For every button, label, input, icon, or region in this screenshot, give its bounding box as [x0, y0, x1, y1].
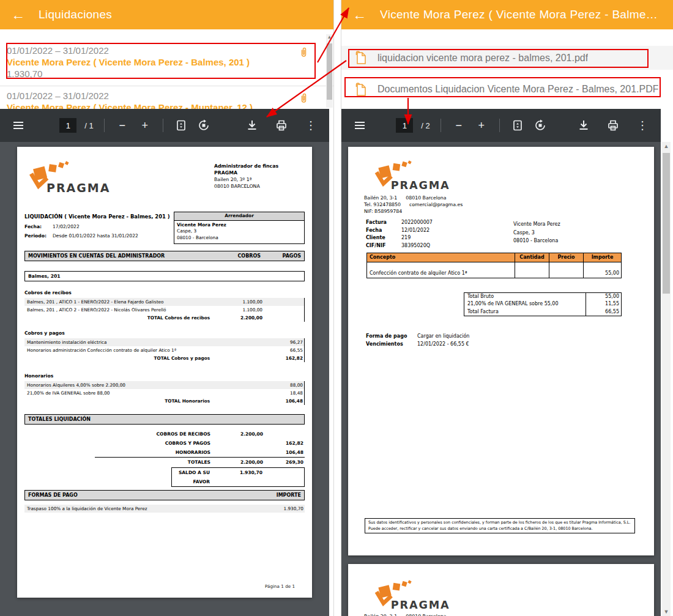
- company-address: Bailén 20, 3-108010 Barcelona Tel. 93247…: [364, 195, 471, 215]
- file-name: Documentos Liquidacion Vicente Mora Pere…: [377, 84, 658, 95]
- more-options-icon[interactable]: ⋮: [635, 118, 650, 133]
- fecha-row: Fecha:17/02/2022: [24, 223, 80, 231]
- table-row: Balmes, 201 , ATICO 1 - ENERO/2022 - Ele…: [24, 298, 304, 306]
- print-icon[interactable]: [606, 118, 620, 133]
- totales-rows: COBROS DE RECIBOS2.200,00 COBROS Y PAGOS…: [24, 429, 305, 467]
- list-item[interactable]: 01/01/2022 – 31/01/2022 Vicente Mora Per…: [0, 29, 333, 80]
- menu-icon[interactable]: [352, 118, 367, 133]
- concept-table: Concepto Cantidad Precio Importe Confecc…: [366, 253, 622, 278]
- saldo-box: SALDO A SU FAVOR 1.930,70: [171, 467, 305, 487]
- back-arrow-icon[interactable]: ←: [11, 8, 25, 22]
- fit-to-page-icon[interactable]: [510, 118, 525, 133]
- pdf-toolbar-right: 1 / 2 − + ⋮: [341, 109, 661, 142]
- list-item-amount: 1.930,70: [7, 68, 309, 80]
- concept-table-header: Concepto Cantidad Precio Importe: [366, 253, 622, 262]
- table-row: Mantenimiento instalación eléctrica 96,2…: [24, 338, 304, 346]
- pragma-logo: PRAGMA: [373, 579, 452, 613]
- invoice-fields: Factura2022000007 Fecha12/01/2022 Client…: [366, 219, 433, 250]
- totales-header: TOTALES LIQUIDACIÓN: [24, 414, 305, 425]
- back-arrow-icon[interactable]: ←: [352, 8, 366, 22]
- page-count-label: / 2: [421, 121, 429, 130]
- property-box: Balmes, 201: [24, 271, 305, 281]
- download-icon[interactable]: [576, 118, 591, 133]
- movimientos-header: MOVIMIENTOS EN CUENTAS DEL ADMINISTRADOR…: [24, 251, 305, 261]
- periodo-row: Periodo:Desde 01/01/2022 hasta 31/01/202…: [24, 232, 138, 240]
- payment-block: Forma de pagoCargar en liquidación Venci…: [366, 332, 469, 348]
- rotate-icon[interactable]: [533, 118, 548, 133]
- sender-block: Administrador de fincas PRAGMA Bailen 20…: [214, 163, 278, 190]
- table-total-row: TOTAL Cobros de recibos 2.200,00: [24, 314, 304, 322]
- scrollbar-thumb[interactable]: [327, 43, 332, 100]
- window-scrollbar[interactable]: ▲ ▼: [662, 142, 671, 616]
- company-address: Bailén 20, 3-108010 Barcelona: [364, 613, 455, 616]
- page-number-input[interactable]: 1: [59, 118, 76, 133]
- scroll-up-icon[interactable]: ▲: [327, 34, 332, 40]
- concept-table-row: Confección contrato de alquiler Atico 1ª…: [366, 262, 622, 278]
- zoom-in-icon[interactable]: +: [138, 118, 152, 133]
- documents-window: ← Vicente Mora Perez ( Vicente Mora Pere…: [341, 0, 673, 616]
- privacy-disclaimer: Sus datos identificativos y personales s…: [365, 518, 635, 533]
- svg-text:PRAGMA: PRAGMA: [46, 181, 110, 195]
- table-total-row: TOTAL Cobros y pagos 162,82: [24, 354, 304, 362]
- table-row: Honorarios administración Confección con…: [24, 346, 304, 354]
- file-row[interactable]: liquidacion vicente mora perez - balmes,…: [341, 46, 673, 70]
- table-total-row: TOTAL Honorarios 106,48: [24, 397, 304, 405]
- liquidaciones-window: ← Liquidaciones 01/01/2022 – 31/01/2022 …: [0, 0, 334, 616]
- scroll-up-icon[interactable]: ▲: [662, 143, 671, 149]
- download-icon[interactable]: [245, 118, 259, 133]
- document-attachment-icon: [354, 82, 367, 97]
- toolbar-separator: [163, 119, 163, 132]
- app-header-right: ← Vicente Mora Perez ( Vicente Mora Pere…: [341, 0, 673, 29]
- list-item-name: Vicente Mora Perez ( Vicente Mora Perez …: [7, 56, 309, 68]
- print-icon[interactable]: [274, 118, 289, 133]
- more-options-icon[interactable]: ⋮: [303, 118, 318, 133]
- pragma-logo: PRAGMA: [373, 159, 452, 193]
- pdf-page-liquidacion: PRAGMA Administrador de fincas PRAGMA Ba…: [17, 147, 312, 598]
- list-item[interactable]: 01/01/2022 – 31/01/2022 Vicente Mora Per…: [0, 86, 333, 109]
- pdf-page-factura-2: PRAGMA Bailén 20, 3-108010 Barcelona: [348, 564, 654, 616]
- client-block: Vicente Mora Perez Caspe, 3 08010 - Barc…: [513, 220, 560, 245]
- scrollbar-thumb[interactable]: [663, 153, 670, 294]
- paperclip-icon: [300, 92, 308, 104]
- rotate-icon[interactable]: [196, 118, 211, 133]
- svg-text:PRAGMA: PRAGMA: [391, 179, 450, 191]
- table-row: Honorarios Alquileres 4,00% sobre 2.200,…: [24, 381, 304, 389]
- app-header-left: ← Liquidaciones: [0, 0, 333, 29]
- page-count-label: / 1: [84, 121, 93, 130]
- page-title: Liquidaciones: [39, 8, 322, 21]
- page-title: Vicente Mora Perez ( Vicente Mora Perez …: [380, 8, 662, 21]
- pdf-toolbar-left: 1 / 1 − + ⋮: [0, 109, 329, 142]
- toolbar-separator: [104, 119, 105, 132]
- zoom-out-icon[interactable]: −: [452, 118, 466, 133]
- pdf-viewer-right: 1 / 2 − + ⋮: [341, 109, 661, 616]
- fit-to-page-icon[interactable]: [174, 118, 188, 133]
- scroll-down-icon[interactable]: ▼: [662, 609, 671, 615]
- document-attachment-icon: [354, 50, 367, 65]
- formas-pago-header: FORMAS DE PAGO IMPORTE: [24, 490, 305, 500]
- zoom-out-icon[interactable]: −: [115, 118, 130, 133]
- list-item-period: 01/01/2022 – 31/01/2022: [7, 90, 309, 102]
- pdf-viewer-left: 1 / 1 − + ⋮: [0, 109, 329, 616]
- list-scrollbar[interactable]: ▲: [326, 34, 333, 108]
- invoice-totals-box: Total Bruto55,00 21,00% de IVA GENERAL s…: [464, 292, 622, 316]
- arrendador-box: Arrendador Vicente Mora Perez Caspe, 3 0…: [174, 212, 305, 244]
- page-footer: Página 1 de 1: [265, 582, 295, 590]
- page-number-input[interactable]: 1: [396, 118, 413, 133]
- pdf-page-factura-1: PRAGMA Bailén 20, 3-108010 Barcelona Tel…: [348, 147, 654, 555]
- zoom-in-icon[interactable]: +: [474, 118, 489, 133]
- file-name: liquidacion vicente mora perez - balmes,…: [377, 53, 588, 64]
- toolbar-separator: [499, 119, 500, 132]
- section-honorarios: Honorarios Honorarios Alquileres 4,00% s…: [24, 372, 305, 405]
- document-title: LIQUIDACIÓN ( Vicente Mora Perez - Balme…: [24, 213, 170, 221]
- menu-icon[interactable]: [11, 118, 26, 133]
- svg-text:PRAGMA: PRAGMA: [391, 599, 450, 611]
- formas-pago-rows: Traspaso 100% a la liquidación de Vicent…: [24, 505, 305, 513]
- table-row: Balmes, 201 , ATICO 2 - ENERO/2022 - Nic…: [24, 306, 304, 314]
- toolbar-separator: [441, 119, 441, 132]
- section-cobros-recibos: Cobros de recibos Balmes, 201 , ATICO 1 …: [24, 289, 305, 322]
- documents-list: liquidacion vicente mora perez - balmes,…: [341, 29, 673, 109]
- pragma-logo: PRAGMA: [27, 160, 113, 196]
- file-row[interactable]: Documentos Liquidacion Vicente Mora Pere…: [341, 78, 673, 101]
- liquidaciones-list: 01/01/2022 – 31/01/2022 Vicente Mora Per…: [0, 29, 333, 109]
- section-cobros-pagos: Cobros y pagos Mantenimiento instalación…: [24, 329, 305, 362]
